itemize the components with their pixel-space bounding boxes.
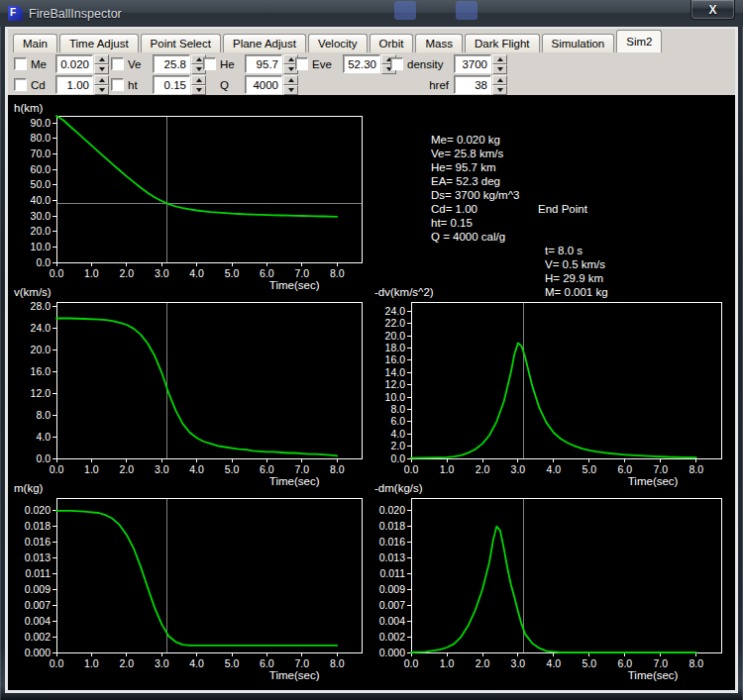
href-spinner <box>492 75 507 95</box>
q-input[interactable] <box>245 75 282 94</box>
arrow-up-icon <box>196 78 202 82</box>
he-checkbox[interactable] <box>203 57 216 70</box>
y-tick-label: 18.0 <box>385 342 406 353</box>
y-tick-label: 0.002 <box>25 631 51 643</box>
info-line: t= 8.0 s <box>538 244 608 257</box>
ht-input[interactable] <box>153 75 190 94</box>
href-spinner-up[interactable] <box>492 75 507 85</box>
eve-label: Eve <box>312 58 338 70</box>
ve-input[interactable] <box>153 54 190 73</box>
cd-spinner-down[interactable] <box>94 85 109 95</box>
x-tick-label: 8.0 <box>689 463 703 475</box>
end-point-header: End Point <box>538 202 608 216</box>
density-checkbox[interactable] <box>390 57 403 70</box>
me-spinner-up[interactable] <box>94 54 109 64</box>
info-line: Me= 0.020 kg <box>431 133 519 147</box>
y-tick-label: 0.016 <box>25 536 51 548</box>
href-spinner-down[interactable] <box>492 85 507 95</box>
href-input[interactable] <box>454 75 491 94</box>
tab-mass[interactable]: Mass <box>415 34 462 52</box>
eve-input[interactable] <box>343 54 380 73</box>
x-tick-label: 0.0 <box>50 657 64 669</box>
cd-input[interactable] <box>55 75 93 94</box>
q-spinner-down[interactable] <box>283 85 298 95</box>
tab-time-adjust[interactable]: Time Adjust <box>59 34 139 52</box>
me-label: Me <box>31 58 51 70</box>
plot-frame <box>56 302 362 458</box>
close-button[interactable]: X <box>690 0 735 20</box>
tab-point-select[interactable]: Point Select <box>141 34 221 52</box>
y-tick-label: 0.011 <box>380 567 406 579</box>
tab-plane-adjust[interactable]: Plane Adjust <box>223 34 306 52</box>
client-area: MainTime AdjustPoint SelectPlane AdjustV… <box>8 29 735 690</box>
density-spinner-down[interactable] <box>492 64 507 74</box>
y-tick-label: 0.009 <box>25 583 51 595</box>
cd-spinner-up[interactable] <box>94 75 109 85</box>
me-checkbox[interactable] <box>14 57 27 70</box>
y-tick-label: 0.020 <box>25 504 51 516</box>
arrow-up-icon <box>288 57 294 61</box>
x-tick-label: 6.0 <box>260 657 274 669</box>
info-line: V= 0.5 km/s <box>538 257 608 271</box>
x-tick-label: 0.0 <box>404 657 419 669</box>
x-tick-label: 6.0 <box>618 463 633 475</box>
cd-checkbox[interactable] <box>14 78 27 91</box>
x-tick-label: 3.0 <box>155 657 169 669</box>
x-tick-label: 5.0 <box>225 463 240 475</box>
density-input[interactable] <box>454 54 491 73</box>
x-axis-label: Time(sec) <box>628 669 679 681</box>
y-tick-label: 90.0 <box>31 117 52 129</box>
ve-control: Ve <box>111 53 206 74</box>
ve-checkbox[interactable] <box>111 57 124 70</box>
plot-area: Me= 0.020 kgVe= 25.8 km/sHe= 95.7 kmEA= … <box>8 95 735 690</box>
me-input[interactable] <box>55 54 93 73</box>
x-tick-label: 6.0 <box>618 657 633 669</box>
tab-orbit[interactable]: Orbit <box>370 34 414 52</box>
titlebar[interactable]: F FireBallInspector X <box>0 0 743 27</box>
x-tick-label: 7.0 <box>294 463 309 475</box>
tab-velocity[interactable]: Velocity <box>308 34 368 52</box>
arrow-up-icon <box>497 78 503 82</box>
y-tick-label: 40.0 <box>31 194 52 206</box>
y-tick-label: 0.013 <box>25 551 51 563</box>
density-spinner-up[interactable] <box>492 54 507 64</box>
eve-checkbox[interactable] <box>295 57 308 70</box>
y-tick-label: 0.016 <box>379 536 405 548</box>
x-tick-label: 0.0 <box>404 463 419 475</box>
x-tick-label: 8.0 <box>330 463 345 475</box>
he-input[interactable] <box>245 54 282 73</box>
control-row-1: MeVeHeEvedensity <box>8 53 735 74</box>
chart-title: v(km/s) <box>14 286 52 298</box>
data-curve <box>56 511 337 646</box>
ht-checkbox[interactable] <box>111 78 124 91</box>
arrow-down-icon <box>288 67 294 71</box>
x-tick-label: 4.0 <box>547 657 562 669</box>
arrow-down-icon <box>99 88 105 92</box>
background-artifact <box>456 1 478 20</box>
app-icon: F <box>8 6 23 21</box>
tab-main[interactable]: Main <box>13 34 57 52</box>
y-tick-label: 0.013 <box>379 551 405 563</box>
y-tick-label: 0.004 <box>379 615 405 627</box>
y-tick-label: 2.0 <box>390 440 405 451</box>
x-tick-label: 5.0 <box>225 657 240 669</box>
tab-sim2[interactable]: Sim2 <box>616 30 662 52</box>
data-curve <box>56 116 337 217</box>
y-tick-label: 30.0 <box>31 210 52 222</box>
data-curve <box>411 344 696 458</box>
y-tick-label: 0.018 <box>379 520 405 532</box>
control-panel: MeVeHeEvedensity CdhtQhref <box>8 52 735 95</box>
info-panel-left: Me= 0.020 kgVe= 25.8 km/sHe= 95.7 kmEA= … <box>431 133 519 244</box>
control-row-2: CdhtQhref <box>8 74 735 95</box>
y-tick-label: 0.009 <box>379 583 405 595</box>
q-spinner-up[interactable] <box>283 75 298 85</box>
tab-dark-flight[interactable]: Dark Flight <box>465 34 540 52</box>
data-curve <box>56 319 337 456</box>
arrow-up-icon <box>99 57 105 61</box>
x-tick-label: 0.0 <box>50 463 64 475</box>
x-tick-label: 5.0 <box>583 657 597 669</box>
me-spinner-down[interactable] <box>94 64 109 74</box>
chart-title: -dm(kg/s) <box>374 482 423 494</box>
tab-simulation[interactable]: Simulation <box>542 34 615 52</box>
y-tick-label: 60.0 <box>31 163 52 175</box>
